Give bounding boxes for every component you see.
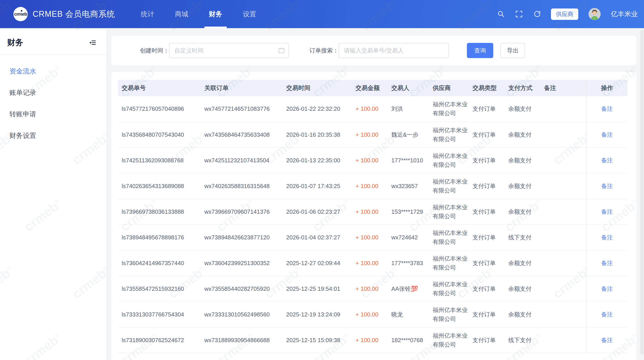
cell-linked-order: wx739669709607141376 [201,199,283,224]
nav-item-finance[interactable]: 财务 [204,0,227,28]
cell-remark [540,302,586,327]
export-button[interactable]: 导出 [500,43,525,58]
sidebar-title: 财务 [7,37,23,48]
cell-actions: 备注 [586,199,628,224]
table-row: ls739669738036133888 wx73966970960714137… [118,199,628,224]
supplier-badge[interactable]: 供应商 [551,8,578,20]
table-row: ls735585472515932160 wx73558544028270592… [118,276,628,302]
query-button[interactable]: 查询 [467,43,493,58]
cell-supplier: 福州亿丰米业有限公司 [429,199,469,224]
cell-remark [540,276,586,302]
app-title: CRMEB 会员电商系统 [33,9,115,20]
cell-amount: + 100.00 [352,147,388,173]
cell-time: 2025-12-15 15:09:38 [283,327,352,353]
cell-actions: 备注 [586,250,628,276]
page-body: 财务 资金流水 账单记录 转账申请 财务设置 创建时间： [0,28,644,360]
cell-trader: 182****0768 [388,327,429,353]
remark-action-link[interactable]: 备注 [601,183,613,189]
cell-type: 支付订单 [469,147,505,173]
cell-type: 支付订单 [469,276,505,302]
col-supplier: 供应商 [429,80,469,96]
username-label[interactable]: 亿丰米业 [611,9,638,19]
cell-remark [540,224,586,250]
cell-pay-method: 余额支付 [505,250,540,276]
cell-amount: + 100.00 [352,122,388,147]
remark-action-link[interactable]: 备注 [601,285,613,292]
brand: crmeb CRMEB 会员电商系统 [14,7,115,21]
vertical-scrollbar[interactable] [640,29,644,355]
cell-actions: 备注 [586,147,628,173]
fullscreen-icon[interactable] [515,10,523,18]
cell-amount: + 100.00 [352,250,388,276]
col-order-no: 交易单号 [118,80,201,96]
cell-type: 支付订单 [469,224,505,250]
cell-actions: 备注 [586,327,628,353]
cell-pay-method: 余额支付 [505,199,540,224]
cell-amount: + 100.00 [352,199,388,224]
nav-item-statistics[interactable]: 统计 [136,0,159,28]
sidebar-item-transfer-apply[interactable]: 转账申请 [0,103,106,125]
remark-action-link[interactable]: 备注 [601,337,613,344]
user-avatar[interactable] [588,8,600,20]
sidebar-menu: 资金流水 账单记录 转账申请 财务设置 [0,55,106,146]
cell-supplier: 福州亿丰米业有限公司 [429,276,469,302]
sidebar-item-fund-flow[interactable]: 资金流水 [0,60,106,82]
logo-dot [21,10,22,12]
remark-action-link[interactable]: 备注 [601,234,613,241]
remark-action-link[interactable]: 备注 [601,157,613,164]
cell-remark [540,199,586,224]
table-row: ls736042414967357440 wx73604239925130035… [118,250,628,276]
nav-item-settings[interactable]: 设置 [238,0,261,28]
cell-supplier: 福州亿丰米业有限公司 [429,224,469,250]
cell-remark [540,327,586,353]
date-picker [169,43,289,58]
menu-fold-icon[interactable] [89,39,96,46]
cell-pay-method: 线下支付 [505,224,540,250]
cell-time: 2026-01-07 17:43:25 [283,173,352,199]
cell-amount: + 100.00 [352,302,388,327]
table-row: ls738948495678898176 wx73894842662387712… [118,224,628,250]
crmeb-logo[interactable]: crmeb [14,7,28,21]
date-input[interactable] [169,43,289,58]
order-search-label: 订单搜索： [310,47,338,54]
search-icon[interactable] [497,10,505,18]
cell-type: 支付订单 [469,96,505,122]
sidebar-item-finance-settings[interactable]: 财务设置 [0,125,106,146]
cell-order-no: ls738948495678898176 [118,224,201,250]
cell-actions: 备注 [586,224,628,250]
cell-remark [540,96,586,122]
cell-supplier: 福州亿丰米业有限公司 [429,96,469,122]
table-body: ls745772176057040896 wx74577214657108377… [118,96,628,353]
cell-trader: 153****1729 [388,199,429,224]
cell-trader: wx323657 [388,173,429,199]
cell-linked-order: wx738948426623877120 [201,224,283,250]
cell-time: 2026-01-16 20:35:38 [283,122,352,147]
logo-text: crmeb [14,11,27,17]
cell-pay-method: 余额支付 [505,173,540,199]
refresh-icon[interactable] [533,10,541,18]
col-trader: 交易人 [388,80,429,96]
remark-action-link[interactable]: 备注 [601,260,613,266]
cell-trader: 177****3783 [388,250,429,276]
cell-type: 支付订单 [469,173,505,199]
order-search-input[interactable] [338,43,449,58]
cell-linked-order: wx731889930954866688 [201,327,283,353]
avatar-image [588,8,600,20]
cell-actions: 备注 [586,173,628,199]
table-header: 交易单号 关联订单 交易时间 交易金额 交易人 供应商 交易类型 支付方式 备注… [118,80,628,96]
sidebar-item-bill-records[interactable]: 账单记录 [0,82,106,103]
cell-pay-method: 余额支付 [505,96,540,122]
remark-action-link[interactable]: 备注 [601,105,613,112]
cell-time: 2025-12-19 13:24:09 [283,302,352,327]
col-remark: 备注 [540,80,586,96]
sidebar: 财务 资金流水 账单记录 转账申请 财务设置 [0,29,106,360]
cell-amount: + 100.00 [352,96,388,122]
cell-remark [540,173,586,199]
cell-linked-order: wx733313010562498560 [201,302,283,327]
cell-trader: AA张铨💯 [388,276,429,302]
nav-item-mall[interactable]: 商城 [170,0,193,28]
remark-action-link[interactable]: 备注 [601,311,613,318]
remark-action-link[interactable]: 备注 [601,131,613,138]
remark-action-link[interactable]: 备注 [601,208,613,215]
cell-time: 2026-01-06 02:23:27 [283,199,352,224]
